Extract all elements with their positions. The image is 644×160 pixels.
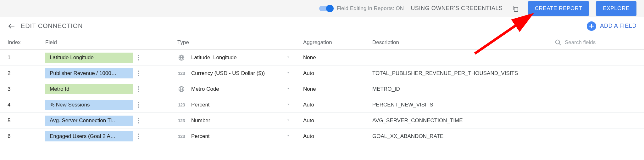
cell-field: Avg. Server Connection Ti… xyxy=(45,116,177,126)
type-label: Metro Code xyxy=(191,86,280,92)
table-row: 2Publisher Revenue / 1000…123Currency (U… xyxy=(0,66,644,81)
header-index: Index xyxy=(8,39,45,46)
arrow-left-icon xyxy=(8,22,15,30)
search-input[interactable] xyxy=(565,39,621,46)
cell-index: 4 xyxy=(8,102,45,108)
table-row: 3Metro IdMetro CodeNoneMETRO_ID xyxy=(0,81,644,97)
header-field: Field xyxy=(45,39,177,46)
chevron-down-icon[interactable] xyxy=(286,102,291,108)
top-bar: Field Editing in Reports: ON USING OWNER… xyxy=(0,0,644,17)
cell-aggregation[interactable]: Auto xyxy=(303,133,372,140)
edit-connection-title: EDIT CONNECTION xyxy=(21,22,83,30)
number-icon: 123 xyxy=(177,117,186,125)
cell-field: Metro Id xyxy=(45,84,177,94)
chevron-down-icon[interactable] xyxy=(286,54,291,61)
field-menu-button[interactable] xyxy=(138,55,139,60)
plus-icon xyxy=(589,24,594,29)
cell-field: Engaged Users (Goal 2 A… xyxy=(45,131,177,141)
create-report-button[interactable]: CREATE REPORT xyxy=(528,1,589,16)
number-icon: 123 xyxy=(177,101,186,109)
copy-button[interactable] xyxy=(510,3,521,14)
cell-index: 6 xyxy=(8,133,45,140)
field-editing-label: Field Editing in Reports: ON xyxy=(337,5,404,12)
cell-description: PERCENT_NEW_VISITS xyxy=(372,102,555,108)
cell-type[interactable]: Metro Code xyxy=(177,85,303,93)
chevron-down-icon[interactable] xyxy=(286,70,291,77)
copy-icon xyxy=(512,5,519,12)
explore-button[interactable]: EXPLORE xyxy=(596,1,636,16)
field-chip[interactable]: Metro Id xyxy=(45,84,133,94)
add-circle-icon xyxy=(587,21,596,31)
type-label: Latitude, Longitude xyxy=(191,54,280,61)
header-type: Type xyxy=(177,39,303,46)
cell-aggregation[interactable]: Auto xyxy=(303,102,372,108)
field-chip[interactable]: Publisher Revenue / 1000… xyxy=(45,68,133,78)
cell-aggregation[interactable]: None xyxy=(303,54,372,61)
chevron-down-icon[interactable] xyxy=(286,86,291,92)
type-label: Percent xyxy=(191,102,280,108)
field-chip[interactable]: Latitude Longitude xyxy=(45,53,133,63)
globe-icon xyxy=(177,54,186,62)
field-menu-button[interactable] xyxy=(138,86,139,92)
table-row: 5Avg. Server Connection Ti…123NumberAuto… xyxy=(0,113,644,129)
cell-index: 3 xyxy=(8,86,45,92)
globe-icon xyxy=(177,85,186,93)
cell-description: GOAL_XX_ABANDON_RATE xyxy=(372,133,555,140)
field-editing-toggle-wrap: Field Editing in Reports: ON xyxy=(319,5,404,12)
number-icon: 123 xyxy=(177,69,186,77)
field-chip[interactable]: % New Sessions xyxy=(45,100,133,110)
cell-aggregation[interactable]: None xyxy=(303,86,372,92)
cell-index: 5 xyxy=(8,117,45,124)
chevron-down-icon[interactable] xyxy=(286,117,291,124)
field-menu-button[interactable] xyxy=(138,118,139,123)
table-row: 6Engaged Users (Goal 2 A…123PercentAutoG… xyxy=(0,129,644,144)
search-wrap xyxy=(555,39,636,46)
cell-aggregation[interactable]: Auto xyxy=(303,117,372,124)
cell-field: Latitude Longitude xyxy=(45,53,177,63)
credentials-label: USING OWNER'S CREDENTIALS xyxy=(411,5,502,12)
cell-aggregation[interactable]: Auto xyxy=(303,70,372,77)
table-header: Index Field Type Aggregation Description xyxy=(0,35,644,50)
table-row: 4% New Sessions123PercentAutoPERCENT_NEW… xyxy=(0,97,644,113)
table-body: 1Latitude LongitudeLatitude, LongitudeNo… xyxy=(0,50,644,144)
add-field-label: ADD A FIELD xyxy=(600,23,636,29)
cell-type[interactable]: 123Currency (USD - US Dollar ($)) xyxy=(177,69,303,77)
cell-type[interactable]: 123Number xyxy=(177,117,303,125)
svg-point-4 xyxy=(556,40,560,44)
cell-type[interactable]: 123Percent xyxy=(177,132,303,140)
toggle-knob xyxy=(326,5,334,12)
number-icon: 123 xyxy=(177,132,186,140)
cell-index: 2 xyxy=(8,70,45,77)
cell-type[interactable]: 123Percent xyxy=(177,101,303,109)
type-label: Percent xyxy=(191,133,280,140)
svg-rect-0 xyxy=(514,7,518,11)
header-description: Description xyxy=(372,39,555,46)
cell-description: METRO_ID xyxy=(372,86,555,92)
cell-field: Publisher Revenue / 1000… xyxy=(45,68,177,78)
cell-type[interactable]: Latitude, Longitude xyxy=(177,54,303,62)
cell-description: AVG_SERVER_CONNECTION_TIME xyxy=(372,117,555,124)
edit-bar: EDIT CONNECTION ADD A FIELD xyxy=(0,17,644,35)
field-menu-button[interactable] xyxy=(138,102,139,108)
field-menu-button[interactable] xyxy=(138,71,139,76)
field-editing-toggle[interactable] xyxy=(319,6,333,11)
back-button[interactable] xyxy=(8,22,15,30)
table-row: 1Latitude LongitudeLatitude, LongitudeNo… xyxy=(0,50,644,66)
type-label: Number xyxy=(191,117,280,124)
field-menu-button[interactable] xyxy=(138,134,139,139)
search-icon xyxy=(555,39,562,46)
cell-index: 1 xyxy=(8,54,45,61)
add-field-button[interactable]: ADD A FIELD xyxy=(587,21,636,31)
svg-line-5 xyxy=(559,43,561,45)
field-chip[interactable]: Engaged Users (Goal 2 A… xyxy=(45,131,133,141)
cell-description: TOTAL_PUBLISHER_REVENUE_PER_THOUSAND_VIS… xyxy=(372,70,555,77)
header-aggregation: Aggregation xyxy=(303,39,372,46)
chevron-down-icon[interactable] xyxy=(286,133,291,140)
cell-field: % New Sessions xyxy=(45,100,177,110)
field-chip[interactable]: Avg. Server Connection Ti… xyxy=(45,116,133,126)
type-label: Currency (USD - US Dollar ($)) xyxy=(191,70,280,77)
